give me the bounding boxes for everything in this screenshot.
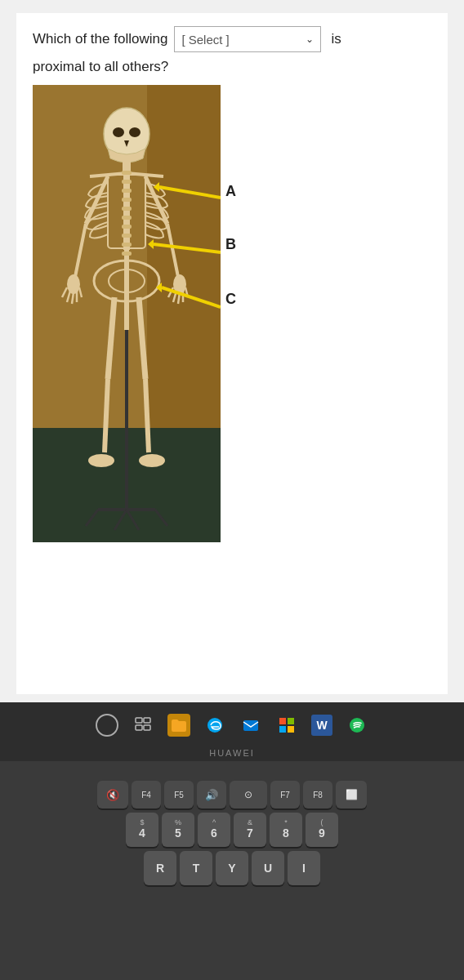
skeleton-image xyxy=(33,85,221,542)
label-b: B xyxy=(221,236,236,253)
key-mute[interactable]: 🔇 xyxy=(97,781,128,808)
key-y-label: Y xyxy=(228,862,235,875)
number-row: $ 4 % 5 ^ 6 & 7 * 8 ( 9 xyxy=(8,813,456,847)
key-y[interactable]: Y xyxy=(216,851,248,885)
grid-icon[interactable] xyxy=(275,714,298,737)
key-8-top: * xyxy=(284,819,288,826)
question-row: Which of the following [ Select ] ⌄ is xyxy=(33,26,431,52)
svg-line-44 xyxy=(145,379,149,452)
svg-line-41 xyxy=(105,379,108,452)
svg-rect-63 xyxy=(243,720,258,731)
svg-rect-16 xyxy=(122,207,132,211)
key-9-top: ( xyxy=(321,819,323,826)
key-5-top: % xyxy=(175,819,181,826)
svg-rect-12 xyxy=(122,171,132,175)
svg-rect-64 xyxy=(279,718,286,724)
svg-rect-66 xyxy=(279,726,286,733)
key-f6-icon: 🔊 xyxy=(205,789,218,801)
select-value: [ Select ] xyxy=(181,33,229,47)
screen-content: Which of the following [ Select ] ⌄ is p… xyxy=(16,13,448,694)
key-f5-label: F5 xyxy=(174,791,184,800)
key-mute-icon: 🔇 xyxy=(106,789,119,801)
key-monitor[interactable]: ⬜ xyxy=(336,781,367,808)
search-circle-icon[interactable] xyxy=(96,714,118,737)
svg-point-26 xyxy=(67,274,80,294)
key-r-label: R xyxy=(156,862,164,875)
svg-rect-19 xyxy=(122,234,132,238)
question-part1: Which of the following xyxy=(33,31,167,47)
key-f7-label: F7 xyxy=(280,791,290,800)
taskview-icon[interactable] xyxy=(132,714,154,737)
folder-icon[interactable] xyxy=(167,714,190,737)
label-a-text: A xyxy=(225,183,236,200)
word-label: W xyxy=(316,719,327,732)
label-c: C xyxy=(221,291,236,308)
svg-point-42 xyxy=(88,454,114,467)
key-4-main: 4 xyxy=(139,826,145,840)
select-dropdown[interactable]: [ Select ] ⌄ xyxy=(174,26,321,52)
svg-rect-60 xyxy=(136,725,142,730)
proximal-text: proximal to all others? xyxy=(33,59,431,75)
key-6[interactable]: ^ 6 xyxy=(198,813,230,847)
key-7-main: 7 xyxy=(247,826,253,840)
key-8[interactable]: * 8 xyxy=(270,813,302,847)
key-9[interactable]: ( 9 xyxy=(306,813,338,847)
key-f4[interactable]: F4 xyxy=(132,781,161,808)
brand-label: HUAWEI xyxy=(0,748,464,761)
key-5-main: 5 xyxy=(175,826,181,840)
key-u-label: U xyxy=(264,862,272,875)
key-t[interactable]: T xyxy=(180,851,212,885)
key-camera[interactable]: ⊙ xyxy=(230,781,267,808)
key-t-label: T xyxy=(193,862,200,875)
key-r[interactable]: R xyxy=(144,851,176,885)
svg-point-5 xyxy=(129,127,141,137)
key-f5[interactable]: F5 xyxy=(164,781,194,808)
label-b-text: B xyxy=(225,236,236,253)
svg-rect-15 xyxy=(122,198,132,202)
labels-area: A B C xyxy=(221,85,431,542)
svg-rect-21 xyxy=(122,252,132,256)
svg-rect-59 xyxy=(144,718,150,723)
svg-rect-18 xyxy=(122,225,132,229)
key-6-main: 6 xyxy=(211,826,217,840)
svg-rect-67 xyxy=(288,726,294,733)
key-4-top: $ xyxy=(140,819,144,826)
key-f4-label: F4 xyxy=(141,791,151,800)
keyboard-area: 🔇 F4 F5 🔊 ⊙ F7 F8 ⬜ $ 4 % 5 xyxy=(0,774,464,980)
svg-point-45 xyxy=(139,454,165,467)
svg-rect-61 xyxy=(144,725,150,730)
svg-rect-14 xyxy=(122,189,132,193)
key-f6[interactable]: 🔊 xyxy=(197,781,226,808)
key-6-top: ^ xyxy=(212,819,216,826)
key-i[interactable]: I xyxy=(288,851,320,885)
key-camera-icon: ⊙ xyxy=(244,789,252,800)
key-7-top: & xyxy=(248,819,252,826)
email-icon[interactable] xyxy=(239,714,262,737)
key-f7[interactable]: F7 xyxy=(270,781,300,808)
taskbar: W xyxy=(0,702,464,748)
key-monitor-icon: ⬜ xyxy=(346,789,358,800)
spotify-icon[interactable] xyxy=(346,714,368,737)
key-i-label: I xyxy=(302,862,306,875)
key-8-main: 8 xyxy=(283,826,289,840)
svg-point-4 xyxy=(113,127,124,137)
key-f8-label: F8 xyxy=(313,791,323,800)
letter-row: R T Y U I xyxy=(8,851,456,885)
key-f8[interactable]: F8 xyxy=(303,781,332,808)
key-7[interactable]: & 7 xyxy=(234,813,266,847)
label-a: A xyxy=(221,183,236,200)
key-u[interactable]: U xyxy=(252,851,284,885)
label-c-text: C xyxy=(225,291,236,308)
key-5[interactable]: % 5 xyxy=(162,813,194,847)
screen: Which of the following [ Select ] ⌄ is p… xyxy=(0,0,464,702)
word-icon[interactable]: W xyxy=(311,715,332,736)
key-9-main: 9 xyxy=(319,826,325,840)
content-area: A B C xyxy=(33,85,431,542)
bezel-strip xyxy=(0,761,464,774)
svg-rect-20 xyxy=(122,243,132,247)
key-4[interactable]: $ 4 xyxy=(126,813,158,847)
is-label: is xyxy=(331,31,341,47)
svg-rect-13 xyxy=(122,180,132,184)
svg-rect-65 xyxy=(288,718,294,724)
edge-icon[interactable] xyxy=(203,714,226,737)
